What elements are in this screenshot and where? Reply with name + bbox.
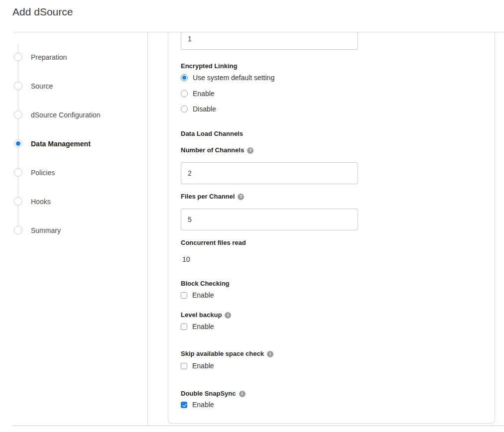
label-text: Files per Channel xyxy=(181,193,235,201)
help-icon[interactable]: ? xyxy=(247,147,253,154)
radio-label: Disable xyxy=(193,105,216,113)
files-per-channel-label: Files per Channel ? xyxy=(181,193,244,201)
sidebar-step-summary[interactable]: Summary xyxy=(0,226,147,235)
sidebar-step-dsource-configuration[interactable]: dSource Configuration xyxy=(0,110,147,119)
label-text: Level backup xyxy=(181,311,222,319)
step-label: Summary xyxy=(31,226,61,235)
radio-use-system-default[interactable]: Use system default setting xyxy=(181,73,274,82)
encrypted-linking-label: Encrypted Linking xyxy=(181,62,237,70)
info-icon[interactable]: i xyxy=(225,312,231,319)
step-circle-icon xyxy=(14,139,22,148)
checkbox-icon[interactable] xyxy=(181,292,187,299)
checkbox-icon[interactable] xyxy=(181,402,187,408)
checkbox-icon[interactable] xyxy=(181,363,187,369)
sidebar-step-data-management[interactable]: Data Management xyxy=(0,139,147,148)
info-icon[interactable]: i xyxy=(239,391,246,397)
checkbox-label: Enable xyxy=(192,361,214,370)
step-label: dSource Configuration xyxy=(31,110,100,119)
checkbox-icon[interactable] xyxy=(181,324,187,330)
step-label: Source xyxy=(31,82,53,91)
step-circle-icon xyxy=(14,110,22,119)
step-circle-icon xyxy=(14,226,22,234)
level-backup-label: Level backup i xyxy=(181,311,231,319)
sidebar-step-source[interactable]: Source xyxy=(0,82,147,91)
page-title: Add dSource xyxy=(12,6,73,18)
step-label: Data Management xyxy=(31,139,91,148)
main-panel: Encrypted Linking Use system default set… xyxy=(168,32,495,424)
radio-label: Use system default setting xyxy=(193,73,274,82)
label-text: Number of Channels xyxy=(181,146,244,154)
step-label: Hooks xyxy=(31,197,51,206)
step-label: Preparation xyxy=(31,53,67,62)
level-backup-enable-checkbox[interactable]: Enable xyxy=(181,322,214,331)
step-circle-icon xyxy=(14,53,22,61)
number-of-channels-label: Number of Channels ? xyxy=(181,146,253,154)
block-checking-enable-checkbox[interactable]: Enable xyxy=(181,291,214,300)
radio-disable[interactable]: Disable xyxy=(181,105,216,113)
skip-space-check-label: Skip available space check i xyxy=(181,350,273,358)
checkbox-label: Enable xyxy=(192,400,214,409)
top-number-input[interactable] xyxy=(181,32,358,50)
number-of-channels-input[interactable] xyxy=(181,162,358,184)
radio-label: Enable xyxy=(193,89,215,98)
block-checking-label: Block Checking xyxy=(181,280,230,288)
radio-button-icon[interactable] xyxy=(181,106,188,112)
checkbox-label: Enable xyxy=(192,322,214,331)
step-circle-icon xyxy=(14,82,22,90)
help-icon[interactable]: ? xyxy=(238,194,244,200)
radio-button-icon[interactable] xyxy=(181,74,188,81)
step-circle-icon xyxy=(14,197,22,206)
data-load-channels-section-label: Data Load Channels xyxy=(181,130,243,138)
concurrent-files-read-label: Concurrent files read xyxy=(181,239,246,247)
label-text: Double SnapSync xyxy=(181,390,236,398)
step-label: Policies xyxy=(31,168,55,177)
wizard-stepper: Preparation Source dSource Configuration… xyxy=(0,32,148,426)
bottom-divider xyxy=(12,426,504,426)
label-text: Skip available space check xyxy=(181,350,264,358)
double-snapsync-enable-checkbox[interactable]: Enable xyxy=(181,400,214,409)
double-snapsync-label: Double SnapSync i xyxy=(181,390,246,398)
sidebar-step-policies[interactable]: Policies xyxy=(0,168,147,177)
skip-space-check-enable-checkbox[interactable]: Enable xyxy=(181,361,214,370)
radio-button-icon[interactable] xyxy=(181,90,188,97)
sidebar-step-preparation[interactable]: Preparation xyxy=(0,53,147,62)
concurrent-files-read-value: 10 xyxy=(182,255,190,263)
step-circle-icon xyxy=(14,168,22,177)
sidebar-step-hooks[interactable]: Hooks xyxy=(0,197,147,206)
checkbox-label: Enable xyxy=(192,291,214,300)
radio-enable[interactable]: Enable xyxy=(181,89,215,98)
info-icon[interactable]: i xyxy=(267,351,273,357)
files-per-channel-input[interactable] xyxy=(181,209,358,230)
